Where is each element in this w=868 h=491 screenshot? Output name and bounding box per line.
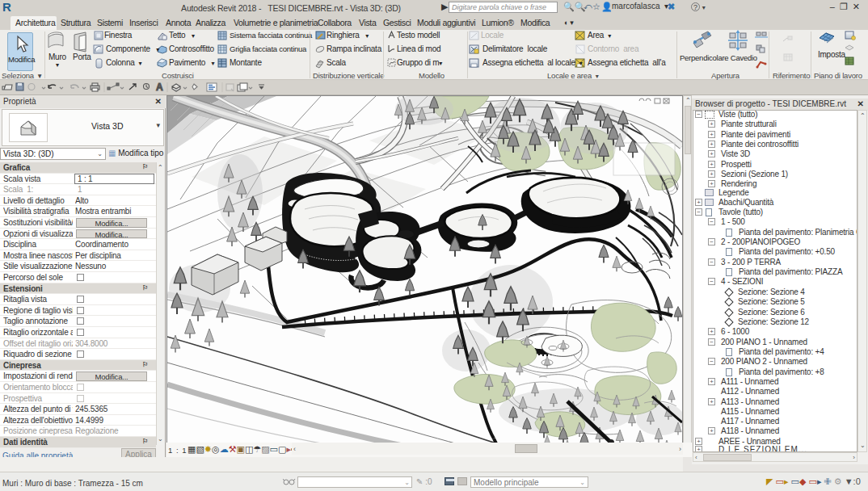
svg-text:A: A: [156, 82, 163, 93]
